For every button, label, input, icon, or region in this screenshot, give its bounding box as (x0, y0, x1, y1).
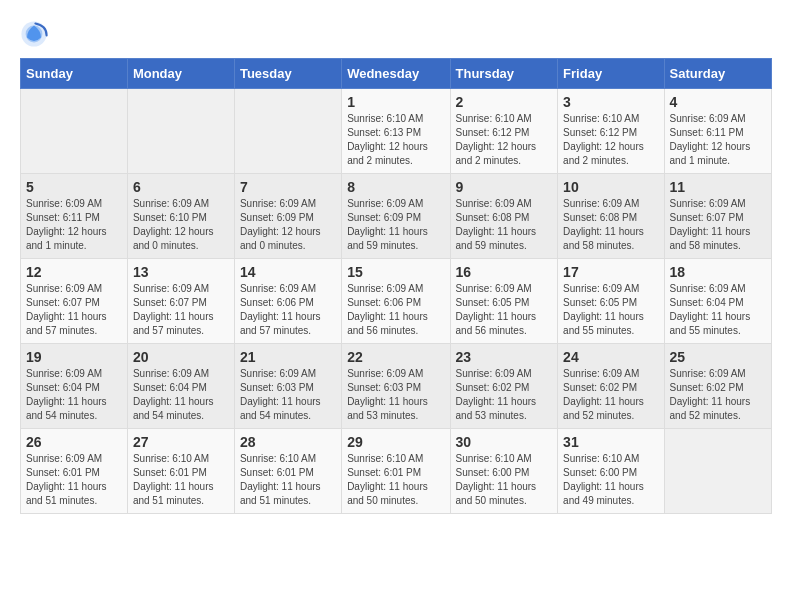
calendar-cell (664, 429, 771, 514)
calendar-cell: 20Sunrise: 6:09 AM Sunset: 6:04 PM Dayli… (127, 344, 234, 429)
calendar-cell: 4Sunrise: 6:09 AM Sunset: 6:11 PM Daylig… (664, 89, 771, 174)
day-info: Sunrise: 6:09 AM Sunset: 6:03 PM Dayligh… (347, 367, 444, 423)
day-number: 21 (240, 349, 336, 365)
day-number: 29 (347, 434, 444, 450)
calendar-cell: 9Sunrise: 6:09 AM Sunset: 6:08 PM Daylig… (450, 174, 558, 259)
calendar-cell (234, 89, 341, 174)
calendar-cell: 25Sunrise: 6:09 AM Sunset: 6:02 PM Dayli… (664, 344, 771, 429)
logo (20, 20, 52, 48)
day-info: Sunrise: 6:09 AM Sunset: 6:03 PM Dayligh… (240, 367, 336, 423)
day-info: Sunrise: 6:09 AM Sunset: 6:04 PM Dayligh… (26, 367, 122, 423)
day-number: 6 (133, 179, 229, 195)
day-number: 5 (26, 179, 122, 195)
day-info: Sunrise: 6:09 AM Sunset: 6:09 PM Dayligh… (347, 197, 444, 253)
day-info: Sunrise: 6:09 AM Sunset: 6:02 PM Dayligh… (456, 367, 553, 423)
day-info: Sunrise: 6:09 AM Sunset: 6:02 PM Dayligh… (563, 367, 658, 423)
calendar-cell: 13Sunrise: 6:09 AM Sunset: 6:07 PM Dayli… (127, 259, 234, 344)
calendar-cell: 11Sunrise: 6:09 AM Sunset: 6:07 PM Dayli… (664, 174, 771, 259)
calendar-cell: 7Sunrise: 6:09 AM Sunset: 6:09 PM Daylig… (234, 174, 341, 259)
day-info: Sunrise: 6:10 AM Sunset: 6:01 PM Dayligh… (347, 452, 444, 508)
calendar-week-row: 5Sunrise: 6:09 AM Sunset: 6:11 PM Daylig… (21, 174, 772, 259)
day-info: Sunrise: 6:09 AM Sunset: 6:09 PM Dayligh… (240, 197, 336, 253)
day-number: 17 (563, 264, 658, 280)
calendar-cell: 17Sunrise: 6:09 AM Sunset: 6:05 PM Dayli… (558, 259, 664, 344)
day-of-week-header: Sunday (21, 59, 128, 89)
calendar-cell: 18Sunrise: 6:09 AM Sunset: 6:04 PM Dayli… (664, 259, 771, 344)
calendar-cell: 16Sunrise: 6:09 AM Sunset: 6:05 PM Dayli… (450, 259, 558, 344)
calendar-cell: 3Sunrise: 6:10 AM Sunset: 6:12 PM Daylig… (558, 89, 664, 174)
day-number: 15 (347, 264, 444, 280)
day-info: Sunrise: 6:09 AM Sunset: 6:11 PM Dayligh… (670, 112, 766, 168)
calendar-cell: 19Sunrise: 6:09 AM Sunset: 6:04 PM Dayli… (21, 344, 128, 429)
day-info: Sunrise: 6:09 AM Sunset: 6:05 PM Dayligh… (563, 282, 658, 338)
calendar-cell: 30Sunrise: 6:10 AM Sunset: 6:00 PM Dayli… (450, 429, 558, 514)
day-info: Sunrise: 6:09 AM Sunset: 6:06 PM Dayligh… (240, 282, 336, 338)
day-of-week-header: Wednesday (342, 59, 450, 89)
day-number: 20 (133, 349, 229, 365)
calendar-cell: 31Sunrise: 6:10 AM Sunset: 6:00 PM Dayli… (558, 429, 664, 514)
day-number: 18 (670, 264, 766, 280)
day-number: 12 (26, 264, 122, 280)
day-info: Sunrise: 6:10 AM Sunset: 6:12 PM Dayligh… (456, 112, 553, 168)
day-number: 2 (456, 94, 553, 110)
day-info: Sunrise: 6:10 AM Sunset: 6:12 PM Dayligh… (563, 112, 658, 168)
day-info: Sunrise: 6:09 AM Sunset: 6:05 PM Dayligh… (456, 282, 553, 338)
day-number: 11 (670, 179, 766, 195)
day-info: Sunrise: 6:09 AM Sunset: 6:01 PM Dayligh… (26, 452, 122, 508)
day-info: Sunrise: 6:09 AM Sunset: 6:08 PM Dayligh… (563, 197, 658, 253)
calendar-cell: 6Sunrise: 6:09 AM Sunset: 6:10 PM Daylig… (127, 174, 234, 259)
day-of-week-header: Tuesday (234, 59, 341, 89)
day-of-week-header: Thursday (450, 59, 558, 89)
calendar-cell: 12Sunrise: 6:09 AM Sunset: 6:07 PM Dayli… (21, 259, 128, 344)
day-info: Sunrise: 6:09 AM Sunset: 6:10 PM Dayligh… (133, 197, 229, 253)
day-number: 30 (456, 434, 553, 450)
day-number: 16 (456, 264, 553, 280)
calendar-cell: 29Sunrise: 6:10 AM Sunset: 6:01 PM Dayli… (342, 429, 450, 514)
day-info: Sunrise: 6:09 AM Sunset: 6:07 PM Dayligh… (26, 282, 122, 338)
day-number: 25 (670, 349, 766, 365)
day-info: Sunrise: 6:10 AM Sunset: 6:00 PM Dayligh… (456, 452, 553, 508)
day-number: 13 (133, 264, 229, 280)
day-info: Sunrise: 6:10 AM Sunset: 6:01 PM Dayligh… (133, 452, 229, 508)
day-info: Sunrise: 6:09 AM Sunset: 6:08 PM Dayligh… (456, 197, 553, 253)
day-info: Sunrise: 6:09 AM Sunset: 6:06 PM Dayligh… (347, 282, 444, 338)
day-number: 3 (563, 94, 658, 110)
calendar-cell: 1Sunrise: 6:10 AM Sunset: 6:13 PM Daylig… (342, 89, 450, 174)
day-number: 31 (563, 434, 658, 450)
day-number: 8 (347, 179, 444, 195)
calendar-cell: 28Sunrise: 6:10 AM Sunset: 6:01 PM Dayli… (234, 429, 341, 514)
calendar-cell: 23Sunrise: 6:09 AM Sunset: 6:02 PM Dayli… (450, 344, 558, 429)
calendar-week-row: 26Sunrise: 6:09 AM Sunset: 6:01 PM Dayli… (21, 429, 772, 514)
day-number: 19 (26, 349, 122, 365)
calendar-cell (127, 89, 234, 174)
calendar-cell: 8Sunrise: 6:09 AM Sunset: 6:09 PM Daylig… (342, 174, 450, 259)
day-of-week-header: Monday (127, 59, 234, 89)
day-info: Sunrise: 6:09 AM Sunset: 6:11 PM Dayligh… (26, 197, 122, 253)
calendar-header-row: SundayMondayTuesdayWednesdayThursdayFrid… (21, 59, 772, 89)
day-info: Sunrise: 6:10 AM Sunset: 6:13 PM Dayligh… (347, 112, 444, 168)
calendar-cell: 14Sunrise: 6:09 AM Sunset: 6:06 PM Dayli… (234, 259, 341, 344)
calendar-cell: 2Sunrise: 6:10 AM Sunset: 6:12 PM Daylig… (450, 89, 558, 174)
calendar-cell: 15Sunrise: 6:09 AM Sunset: 6:06 PM Dayli… (342, 259, 450, 344)
day-number: 27 (133, 434, 229, 450)
calendar-cell: 24Sunrise: 6:09 AM Sunset: 6:02 PM Dayli… (558, 344, 664, 429)
day-of-week-header: Friday (558, 59, 664, 89)
day-of-week-header: Saturday (664, 59, 771, 89)
day-number: 7 (240, 179, 336, 195)
day-info: Sunrise: 6:09 AM Sunset: 6:07 PM Dayligh… (133, 282, 229, 338)
calendar-week-row: 1Sunrise: 6:10 AM Sunset: 6:13 PM Daylig… (21, 89, 772, 174)
calendar-week-row: 19Sunrise: 6:09 AM Sunset: 6:04 PM Dayli… (21, 344, 772, 429)
day-number: 28 (240, 434, 336, 450)
calendar-cell: 22Sunrise: 6:09 AM Sunset: 6:03 PM Dayli… (342, 344, 450, 429)
day-info: Sunrise: 6:09 AM Sunset: 6:04 PM Dayligh… (670, 282, 766, 338)
day-number: 4 (670, 94, 766, 110)
day-info: Sunrise: 6:09 AM Sunset: 6:02 PM Dayligh… (670, 367, 766, 423)
day-number: 1 (347, 94, 444, 110)
page-header (20, 20, 772, 48)
calendar-cell: 26Sunrise: 6:09 AM Sunset: 6:01 PM Dayli… (21, 429, 128, 514)
day-number: 14 (240, 264, 336, 280)
calendar-table: SundayMondayTuesdayWednesdayThursdayFrid… (20, 58, 772, 514)
day-number: 22 (347, 349, 444, 365)
calendar-cell: 21Sunrise: 6:09 AM Sunset: 6:03 PM Dayli… (234, 344, 341, 429)
day-info: Sunrise: 6:09 AM Sunset: 6:04 PM Dayligh… (133, 367, 229, 423)
